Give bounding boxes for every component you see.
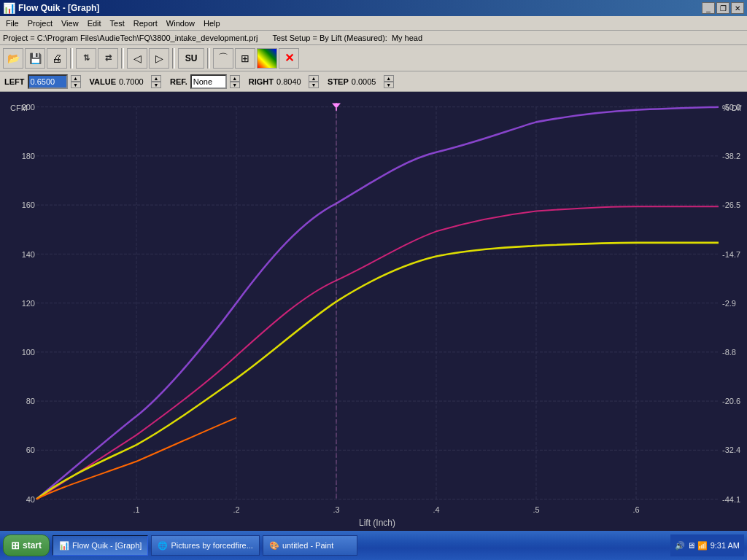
svg-rect-0 bbox=[0, 92, 747, 531]
ref-label: REF. bbox=[170, 77, 187, 86]
head-name: My head bbox=[392, 34, 422, 42]
value-label: VALUE bbox=[90, 77, 116, 86]
start-button[interactable]: ⊞ start bbox=[3, 534, 50, 556]
taskbar-paint[interactable]: 🎨 untitled - Paint bbox=[263, 535, 357, 556]
svg-text:180: 180 bbox=[22, 152, 35, 160]
taskbar: ⊞ start 📊 Flow Quik - [Graph] 🌐 Pictures… bbox=[0, 531, 747, 560]
value-spin-down[interactable]: ▼ bbox=[151, 82, 161, 88]
left-spinner[interactable]: ▲ ▼ bbox=[71, 75, 81, 88]
step-display: 0.0005 bbox=[352, 77, 381, 86]
flowquik-label: Flow Quik - [Graph] bbox=[72, 541, 142, 550]
svg-text:-32.4: -32.4 bbox=[722, 446, 740, 454]
minimize-button[interactable]: _ bbox=[702, 2, 715, 14]
menu-item-report[interactable]: Report bbox=[129, 18, 162, 29]
titlebar-controls[interactable]: _ ❐ ✕ bbox=[702, 2, 744, 14]
svg-text:.4: .4 bbox=[433, 505, 439, 514]
graph-svg: CFM % Dif bbox=[0, 92, 747, 531]
menu-item-help[interactable]: Help bbox=[199, 18, 225, 29]
close-graph-button[interactable]: ✕ bbox=[279, 48, 299, 69]
separator-1 bbox=[70, 48, 73, 69]
menu-item-project[interactable]: Project bbox=[23, 18, 57, 29]
svg-text:.3: .3 bbox=[333, 505, 339, 514]
svg-text:.1: .1 bbox=[133, 505, 139, 514]
step-spin-down[interactable]: ▼ bbox=[384, 82, 394, 88]
svg-text:60: 60 bbox=[26, 446, 35, 454]
right-label: RIGHT bbox=[249, 77, 274, 86]
menu-item-view[interactable]: View bbox=[57, 18, 83, 29]
svg-text:-8.8: -8.8 bbox=[722, 348, 736, 357]
ref-spin-up[interactable]: ▲ bbox=[230, 75, 240, 82]
menu-item-file[interactable]: File bbox=[1, 18, 23, 29]
menubar: FileProjectViewEditTestReportWindowHelp bbox=[0, 16, 747, 31]
color-button[interactable]: C bbox=[257, 48, 277, 69]
paint-icon: 🎨 bbox=[269, 541, 279, 551]
tray-icons: 🔊 🖥 📶 bbox=[675, 541, 708, 551]
svg-text:100: 100 bbox=[22, 348, 35, 357]
svg-text:-14.7: -14.7 bbox=[722, 249, 740, 258]
svg-text:.2: .2 bbox=[233, 505, 239, 514]
right-arrow-button[interactable]: ▷ bbox=[149, 48, 169, 69]
toolbar: 📂 💾 🖨 ⇅ ⇄ ◁ ▷ SU ⌒ ⊞ C ✕ bbox=[0, 45, 747, 71]
ref-spin-down[interactable]: ▼ bbox=[230, 82, 240, 88]
test-setup-label: Test Setup = By Lift (Measured): bbox=[272, 34, 387, 42]
projectbar: Project = C:\Program Files\AudieTech\FQ\… bbox=[0, 31, 747, 45]
svg-text:-2.9: -2.9 bbox=[722, 299, 736, 308]
separator-3 bbox=[172, 48, 175, 69]
window-title: Flow Quik - [Graph] bbox=[18, 3, 99, 13]
right-spin-up[interactable]: ▲ bbox=[309, 75, 319, 82]
step-label: STEP bbox=[328, 77, 349, 86]
app-icon: 📊 bbox=[3, 2, 15, 14]
restore-button[interactable]: ❐ bbox=[716, 2, 729, 14]
browser-label: Pictures by forcedfire... bbox=[171, 541, 253, 550]
open-button[interactable]: 📂 bbox=[3, 48, 23, 69]
svg-text:-20.6: -20.6 bbox=[722, 397, 740, 405]
step-spin-up[interactable]: ▲ bbox=[384, 75, 394, 82]
right-spin-down[interactable]: ▼ bbox=[309, 82, 319, 88]
flow-arrows-button[interactable]: ⇅ bbox=[76, 48, 96, 69]
project-path: Project = C:\Program Files\AudieTech\FQ\… bbox=[3, 34, 258, 42]
browser-icon: 🌐 bbox=[158, 541, 168, 551]
svg-text:40: 40 bbox=[26, 495, 35, 504]
separator-4 bbox=[207, 48, 210, 69]
svg-text:Lift (Inch): Lift (Inch) bbox=[359, 518, 395, 528]
left-arrow-button[interactable]: ◁ bbox=[127, 48, 147, 69]
paint-label: untitled - Paint bbox=[282, 541, 333, 550]
grid-button[interactable]: ⊞ bbox=[235, 48, 255, 69]
svg-text:.6: .6 bbox=[632, 505, 639, 514]
value-spin-up[interactable]: ▲ bbox=[151, 75, 161, 82]
menu-item-test[interactable]: Test bbox=[106, 18, 129, 29]
menu-item-window[interactable]: Window bbox=[162, 18, 199, 29]
left-label: LEFT bbox=[4, 77, 25, 86]
left-spin-up[interactable]: ▲ bbox=[71, 75, 81, 82]
taskbar-browser[interactable]: 🌐 Pictures by forcedfire... bbox=[151, 535, 260, 556]
svg-text:-44.1: -44.1 bbox=[722, 495, 740, 504]
value-spinner[interactable]: ▲ ▼ bbox=[151, 75, 161, 88]
save-button[interactable]: 💾 bbox=[25, 48, 45, 69]
svg-text:120: 120 bbox=[22, 299, 35, 308]
su-button[interactable]: SU bbox=[178, 48, 204, 69]
diskette-button[interactable]: 🖨 bbox=[47, 48, 67, 69]
curve-button[interactable]: ⌒ bbox=[213, 48, 233, 69]
left-spin-down[interactable]: ▼ bbox=[71, 82, 81, 88]
left-input[interactable] bbox=[28, 74, 68, 89]
clock: 9:31 AM bbox=[711, 541, 740, 550]
svg-text:-38.2: -38.2 bbox=[722, 152, 740, 160]
taskbar-flowquik[interactable]: 📊 Flow Quik - [Graph] bbox=[53, 535, 148, 556]
svg-text:-26.5: -26.5 bbox=[722, 201, 740, 209]
start-label: start bbox=[23, 540, 42, 551]
system-tray: 🔊 🖥 📶 9:31 AM bbox=[670, 534, 744, 556]
close-button[interactable]: ✕ bbox=[731, 2, 744, 14]
flow-arrows2-button[interactable]: ⇄ bbox=[98, 48, 118, 69]
titlebar: 📊 Flow Quik - [Graph] _ ❐ ✕ bbox=[0, 0, 747, 16]
menu-item-edit[interactable]: Edit bbox=[83, 18, 106, 29]
right-display: 0.8040 bbox=[276, 77, 306, 86]
svg-text:200: 200 bbox=[22, 103, 35, 112]
svg-text:140: 140 bbox=[22, 249, 35, 258]
svg-text:80: 80 bbox=[26, 397, 35, 405]
ref-input[interactable] bbox=[190, 74, 227, 89]
step-spinner[interactable]: ▲ ▼ bbox=[384, 75, 394, 88]
svg-text:-50.0: -50.0 bbox=[722, 103, 740, 112]
value-display: 0.7000 bbox=[119, 77, 148, 86]
ref-spinner[interactable]: ▲ ▼ bbox=[230, 75, 240, 88]
right-spinner[interactable]: ▲ ▼ bbox=[309, 75, 319, 88]
